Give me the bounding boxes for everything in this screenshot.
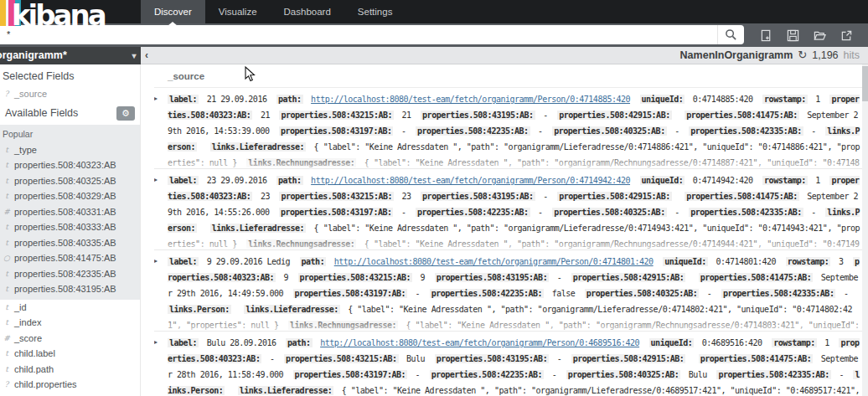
document-link[interactable]: http://localhost:8080/test-eam/fetch/org… [334,257,654,266]
field-value: 23 29.09.2016 [207,176,267,185]
index-pattern-label: organigramm* [0,47,127,64]
query-input[interactable]: * [0,25,717,44]
chevron-down-icon: ▾ [127,47,141,64]
field-item[interactable]: tchild.path [0,362,140,378]
field-key: properties.508:42335:AB: [689,126,803,136]
field-name: properties.508:40335:AB [14,238,116,248]
field-key: properties.508:40325:AB: [552,126,667,136]
field-item[interactable]: tproperties.508:40323:AB [0,157,140,173]
search-button[interactable] [717,25,744,44]
field-key: properties.508:42915:AB: [571,273,686,282]
field-value: - [811,126,816,136]
field-type-icon: ? [3,90,11,98]
field-value: - [543,111,548,120]
field-value: 9 [421,273,426,282]
tab-discover[interactable]: Discover [141,0,205,23]
available-fields-row: Available Fields ⚙ [0,102,140,125]
tab-settings[interactable]: Settings [344,0,406,23]
field-key: label: [168,95,199,104]
field-value: 0:4714801:420 [716,257,776,266]
field-item[interactable]: #properties.508:40331:AB [0,204,140,220]
expand-caret-icon[interactable]: ▸ [154,169,168,249]
share-icon[interactable] [840,29,853,42]
field-type-icon: t [3,223,11,231]
document-link[interactable]: http://localhost:8080/test-eam/fetch/org… [320,338,639,347]
save-search-icon[interactable] [787,29,799,42]
field-value: - [557,273,562,282]
field-value: Bulu [689,370,707,379]
refresh-icon[interactable]: ↻ [798,47,807,64]
field-item[interactable]: tproperties.508:40325:AB [0,173,140,189]
field-item[interactable]: t_type [0,142,140,158]
expand-caret-icon[interactable]: ▸ [154,88,168,168]
field-value: 1 [824,338,829,347]
field-key: properties.508:43195:AB: [435,273,550,282]
field-item[interactable]: tproperties.508:42335:AB [0,266,140,282]
field-item[interactable]: tproperties.508:40335:AB [0,235,140,251]
field-value: Bulu 28.09.2016 [207,338,276,347]
field-key: links.Lieferadresse: [238,386,333,395]
field-item[interactable]: tproperties.508:40333:AB [0,219,140,235]
gear-icon[interactable]: ⚙ [116,106,135,121]
document-link[interactable]: http://localhost:8080/test-eam/fetch/org… [311,176,630,185]
field-key: properties.508:43215:AB: [298,273,413,282]
field-type-icon: t [3,146,11,154]
field-key: rowstamp: [772,338,817,347]
field-key: properties.508:41475:AB: [685,192,799,201]
open-search-icon[interactable] [814,29,826,42]
field-item[interactable]: ○properties.508:41475:AB [0,250,140,266]
field-key: uniqueId: [640,176,685,185]
doc-source: label: Bulu 28.09.2016 path: http://loca… [168,332,862,396]
logo-stripe-yellow [0,0,6,26]
tab-visualize[interactable]: Visualize [205,0,271,23]
field-item-source[interactable]: ? _source [0,86,140,102]
tab-dashboard[interactable]: Dashboard [271,0,344,23]
field-item[interactable]: ?child.properties [0,377,140,393]
field-type-icon: t [3,318,11,327]
field-item[interactable]: tchild.label [0,346,140,362]
popular-fields-block: Popular t_typetproperties.508:40323:ABtp… [0,125,140,300]
field-key: properties.508:42235:AB: [430,289,545,298]
expand-caret-icon[interactable]: ▸ [154,332,168,396]
source-column-header[interactable]: _source [154,64,862,88]
field-name: _score [14,333,42,343]
search-icon [725,28,737,41]
doc-row: ▸label: Bulu 28.09.2016 path: http://loc… [154,332,862,396]
field-type-icon: ? [3,380,11,388]
new-search-icon[interactable] [760,29,772,42]
document-link[interactable]: http://localhost:8080/test-eam/fetch/org… [311,95,630,104]
field-key: links.Rechnungsadresse: [246,239,356,249]
field-key: properties.508:43197:AB: [293,289,408,298]
field-key: properties.508:43197:AB: [293,370,408,379]
expand-caret-icon[interactable]: ▸ [154,250,168,331]
popular-fields-list: t_typetproperties.508:40323:ABtpropertie… [0,142,140,297]
sidebar-collapse-icon[interactable]: ‹ [145,47,148,64]
field-item[interactable]: tproperties.508:40329:AB [0,188,140,204]
field-value: - [538,126,543,136]
field-key: path: [276,176,303,185]
field-key: properties.508:40325:AB: [566,370,681,379]
field-value: 23 [261,192,270,201]
field-key: properties.508:42235:AB: [416,126,530,136]
field-value: 9 29.09.2016 Ledig [207,257,290,266]
fields-sidebar: Selected Fields ? _source Available Fiel… [0,64,141,396]
field-item[interactable]: #_score [0,331,140,347]
field-item[interactable]: t_index [0,315,140,331]
field-value: - [538,208,543,217]
field-value: - [674,208,679,217]
field-key: properties.508:40325:AB: [585,289,700,298]
field-value: - [401,208,406,217]
index-pattern-selector[interactable]: organigramm* ▾ [0,47,141,64]
doc-row: ▸label: 9 29.09.2016 Ledig path: http://… [154,250,862,332]
scrollbar-thumb[interactable] [862,66,868,101]
field-item[interactable]: tproperties.508:43195:AB [0,281,140,297]
field-key: properties.508:43195:AB: [421,192,535,201]
field-key: links.Lieferadresse: [210,142,306,152]
vertical-scrollbar[interactable] [862,64,868,396]
field-key: properties.508:43197:AB: [279,208,394,217]
field-item[interactable]: tchild.uniqueId [0,393,140,396]
field-item[interactable]: t_id [0,300,140,316]
selected-fields-heading: Selected Fields [0,64,140,86]
field-type-icon: ○ [3,254,11,262]
available-fields-heading: Available Fields [3,107,78,119]
